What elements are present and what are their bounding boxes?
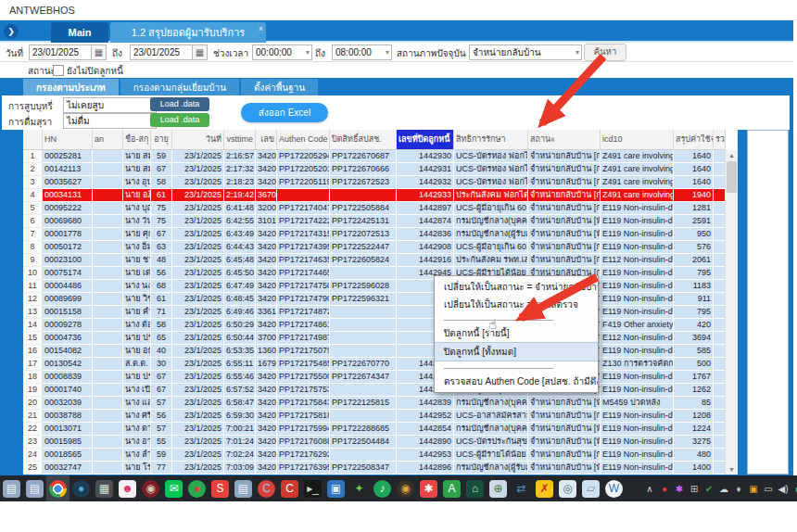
column-header[interactable]: สรุปค่าใช้จ่าย [674,130,714,150]
table-row[interactable]: 1300015158นาย คำพแ7123/1/20256:49:463361… [23,306,726,319]
collapse-button[interactable]: ❯ [4,24,19,39]
table-row[interactable]: 1100004486นาง นงคร6823/1/20256:47:493420… [23,280,726,293]
table-row[interactable]: 300035627นาง อุบล5823/1/20252:18:233420P… [23,176,726,189]
tab-active[interactable]: 1.2 สรุปยอดผู้มารับบริการ × [110,22,266,43]
column-header[interactable] [23,130,43,150]
table-row[interactable]: 700001778นาย ศุกมิ6723/1/20256:43:493420… [23,228,726,241]
table-row[interactable]: 1200089699นาย วิชัย6123/1/20256:48:45342… [23,293,726,306]
time-from-select[interactable]: 00:00:00 [252,44,312,60]
app-doc-3[interactable]: ▤ [232,475,255,501]
table-row[interactable]: 100025281นาย สมอ5923/1/20252:16:573420PP… [23,150,726,163]
lock-icon[interactable]: ⊕ [487,475,510,501]
menu-item[interactable]: เปลี่ยนให้เป็นสถานะ = จำหน่ายกลับบ้าน [435,278,598,296]
table-row[interactable]: 2400018565นาง ลำใย5923/1/20257:02:243420… [23,449,726,462]
owl-icon[interactable]: ◉ [394,475,417,501]
column-header[interactable]: เลข [256,130,277,150]
table-row[interactable]: 1600154082นาย อธัญ4023/1/20256:53:351360… [23,345,726,358]
tray-mic-icon[interactable]: ♦ [731,475,746,501]
export-excel-button[interactable]: ส่งออก Excel [241,103,328,122]
tray-window-icon[interactable]: ▣ [746,475,761,501]
app-doc-2[interactable]: ▤ [23,475,46,501]
menu-item[interactable]: ตรวจสอบ Authen Code [สปสช. ถ้ามีดึงมาใส่… [435,373,598,390]
table-row[interactable]: 2200013071นาง ดวงจิ5723/1/20257:00:21342… [23,423,726,436]
w-app-icon[interactable]: W [602,475,626,501]
tray-shield-icon[interactable]: ✔ [702,475,716,501]
robot-icon[interactable]: ☻ [116,475,139,501]
person-sync-icon[interactable]: ⇄ [510,475,533,501]
table-row[interactable]: 1000075174นาย เด่น5623/1/20256:45:503420… [23,267,726,280]
red-dot-icon[interactable]: ✱ [417,475,440,501]
smoking-select[interactable]: ไม่เคยสูบ [63,97,157,113]
column-header[interactable]: รวม [714,130,726,150]
column-header[interactable]: Authen Code [277,130,330,150]
column-header[interactable]: an [93,130,123,150]
frame-app-icon[interactable]: ▣ [324,475,348,501]
subtab[interactable]: กรองตามกลุ่มเยี่ยมบ้าน [120,79,239,96]
glass-doc-icon[interactable]: ▱ [579,475,602,501]
table-row[interactable]: 500095222นาง บุญช7523/1/20256:41:483200P… [23,202,726,215]
table-row[interactable]: 1500004736นาย ประม6523/1/20256:50:443700… [23,332,726,345]
subtab[interactable]: ตั้งค่าพื้นฐาน [241,79,318,96]
tray-expand-icon[interactable]: ∧ [642,475,657,501]
line-icon[interactable]: ✉ [162,475,185,501]
green-red-icon[interactable]: ● [185,475,209,501]
scroll-thumb[interactable] [727,161,737,193]
tray-chat-icon[interactable]: ■ [791,475,797,501]
date-to-input[interactable]: 23/01/2025 [130,44,198,60]
column-header[interactable]: HN [43,130,93,150]
calendar-icon[interactable]: ▦ [91,44,107,60]
column-header[interactable]: เลขที่ปิดลูกหนี้ [397,130,454,150]
date-from-input[interactable]: 23/01/2025 [29,44,97,60]
load-data-button-blue[interactable]: Load .data [150,97,209,111]
s-app-icon[interactable]: S [209,475,232,501]
terminal-icon[interactable]: ▸_ [301,475,324,501]
table-row[interactable]: 1400009278นาง ต้อใร5823/1/20256:50:29342… [23,319,726,332]
tray-speaker-icon[interactable]: ◀) [776,475,791,501]
subtab[interactable]: กรองตามประเภท [23,79,119,96]
sphere-icon[interactable]: ● [70,475,93,501]
a-app-icon[interactable]: A [440,475,463,501]
load-data-button-green[interactable]: Load .data [150,113,209,127]
c-app-icon[interactable]: C [278,475,301,501]
column-header[interactable]: ปิดสิทธิ์สปสช. [330,130,397,150]
tray-color-icon[interactable]: ✱ [672,475,687,501]
spartan-icon[interactable]: ◉ [139,475,162,501]
column-header[interactable]: สิทธิการรักษา [454,130,528,150]
column-header[interactable]: อายุ [151,130,172,150]
time-to-select[interactable]: 08:00:00 [332,44,392,60]
app-doc-1[interactable]: ▤ [0,475,23,501]
x-color-icon[interactable]: ✗ [533,475,556,501]
ccleaner-icon[interactable]: C [255,475,278,501]
column-header[interactable]: icd10 [601,130,674,150]
calendar-icon[interactable]: ▦ [192,44,208,60]
table-row[interactable]: 800050172นาง อิ่ม สุ6323/1/20256:44:4334… [23,241,726,254]
column-header[interactable]: ชื่อ-สกุ [123,130,151,150]
table-row[interactable]: 2300015985นาง อารี ศ5523/1/20257:01:2434… [23,436,726,449]
column-header[interactable]: vsttime [224,130,256,150]
vertical-scrollbar[interactable]: ▲ ▼ [725,150,738,475]
table-row[interactable]: 600069680นาง วันดี7523/1/20256:42:553101… [23,215,726,228]
tray-cloud-icon[interactable]: ☁ [716,475,731,501]
tab-main[interactable]: Main [51,22,108,43]
current-status-select[interactable]: จำหน่ายกลับบ้าน [469,44,582,60]
menu-item[interactable]: ปิดลูกหนี้ [รายนี้] [435,324,598,342]
table-row[interactable]: 1800008839นาย ประโ6723/1/20256:55:463420… [23,371,726,384]
menu-item[interactable]: ปิดลูกหนี้ [ทั้งหมด] [435,342,598,361]
column-header[interactable]: วันที่ [172,130,224,150]
scroll-down-icon[interactable]: ▼ [726,464,738,475]
table-row[interactable]: 2500032747นาย โรจน์7723/1/20257:03:09342… [23,462,726,475]
table-row[interactable]: 2100038788นาง ศรีธั5623/1/20256:59:30342… [23,410,726,423]
mic-app-icon[interactable]: ♪ [371,475,394,501]
menu-item[interactable]: เปลี่ยนให้เป็นสถานะ = รอผลตรวจ [435,296,598,313]
table-row[interactable]: 200142113นาย สมาน6723/1/20252:17:323420P… [23,163,726,176]
search-doc-icon[interactable]: ◎ [556,475,579,501]
search-button[interactable]: ค้นหา [584,44,626,61]
table-row[interactable]: 2000032039นาง แสงเ5723/1/20256:58:473420… [23,397,726,410]
close-tab-icon[interactable]: × [259,19,263,39]
unclosed-debt-checkbox[interactable] [53,65,64,76]
tray-pin-icon[interactable]: ● [657,475,672,501]
bag-icon[interactable]: ⌂ [463,475,487,501]
scroll-up-icon[interactable]: ▲ [726,150,738,160]
table-row[interactable]: 900023100นาย ชาคริ4823/1/20256:45:483420… [23,254,726,267]
drinking-select[interactable]: ไม่ดื่ม [63,113,157,129]
